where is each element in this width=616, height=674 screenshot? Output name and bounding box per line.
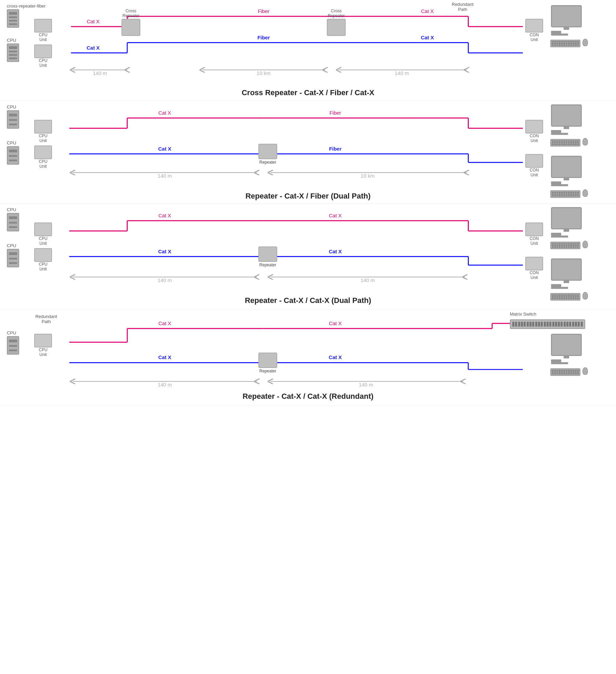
con-unit-5: CONUnit xyxy=(525,257,543,280)
svg-text:140 m: 140 m xyxy=(158,277,172,283)
keyboard-mouse-4 xyxy=(550,240,588,249)
keyboard-mouse-2 xyxy=(550,137,588,147)
matrix-switch-label: Matrix Switch xyxy=(510,311,536,317)
redundant-path-label-1: RedundantPath xyxy=(452,2,474,12)
cpu-tower-7: CPU xyxy=(7,330,19,355)
cpu-unit-2: CPUUnit xyxy=(34,44,52,68)
section-cross-repeater: Cat X Fiber Cat X Cat X Fiber Cat X 140 … xyxy=(0,0,616,101)
cpu-unit-6: CPUUnit xyxy=(34,248,52,272)
svg-text:140 m: 140 m xyxy=(395,70,409,76)
keyboard-mouse-6 xyxy=(550,366,588,376)
cpu-unit-3: CPUUnit xyxy=(34,120,52,143)
svg-text:10 km: 10 km xyxy=(257,70,271,76)
svg-text:Cat X: Cat X xyxy=(329,320,342,326)
redundant-path-label-2: RedundantPath xyxy=(33,314,60,324)
svg-text:Cat X: Cat X xyxy=(158,249,171,254)
svg-text:Fiber: Fiber xyxy=(258,8,269,14)
svg-text:140 m: 140 m xyxy=(93,70,107,76)
cpu-unit-7: CPUUnit xyxy=(34,334,52,357)
section-repeater-catx-redundant: Cat X Cat X Cat X Cat X 140 m 140 m CPU … xyxy=(0,310,616,406)
monitor-4 xyxy=(551,207,582,238)
svg-text:Cat X: Cat X xyxy=(158,354,171,360)
svg-text:Fiber: Fiber xyxy=(330,110,341,116)
monitor-3 xyxy=(551,156,582,186)
cpu-unit-5: CPUUnit xyxy=(34,222,52,246)
cpu-unit-1: CPUUnit xyxy=(34,19,52,42)
cross-repeater-2: CrossRepeater xyxy=(327,9,346,36)
monitor-1 xyxy=(551,5,582,36)
monitor-5 xyxy=(551,258,582,289)
svg-text:Cat X: Cat X xyxy=(329,213,342,218)
con-unit-2: CONUnit xyxy=(525,120,543,143)
con-unit-4: CONUnit xyxy=(525,222,543,246)
svg-text:Cat X: Cat X xyxy=(158,110,171,116)
svg-text:10 km: 10 km xyxy=(361,173,375,179)
section-repeater-fiber-dual: Cat X Fiber Cat X Fiber 140 m 10 km CPU … xyxy=(0,101,616,204)
section-title-4: Repeater - Cat-X / Cat-X (Redundant) xyxy=(0,392,616,401)
svg-text:Cat X: Cat X xyxy=(329,249,342,254)
cpu-tower-3: CPU xyxy=(7,104,19,129)
cpu-tower-5: CPU xyxy=(7,207,19,231)
svg-text:Cat X: Cat X xyxy=(421,8,434,14)
monitor-6 xyxy=(551,334,582,364)
svg-text:Fiber: Fiber xyxy=(329,146,342,152)
cpu-tower-4: CPU xyxy=(7,140,19,165)
repeater-2: Repeater xyxy=(258,246,277,267)
svg-text:Cat X: Cat X xyxy=(158,320,171,326)
con-unit-3: CONUnit xyxy=(525,154,543,178)
repeater-1: Repeater xyxy=(258,144,277,165)
svg-text:Cat X: Cat X xyxy=(87,45,100,51)
section-title-3: Repeater - Cat-X / Cat-X (Dual Path) xyxy=(0,296,616,305)
matrix-switch xyxy=(510,319,585,329)
repeater-3: Repeater xyxy=(258,353,277,373)
con-unit-1: CONUnit xyxy=(525,19,543,42)
cpu-tower-6: CPU xyxy=(7,243,19,267)
svg-text:Cat X: Cat X xyxy=(158,213,171,218)
section-title-1: Cross Repeater - Cat-X / Fiber / Cat-X xyxy=(0,88,616,97)
section-repeater-catx-dual: Cat X Cat X Cat X Cat X 140 m 140 m CPU … xyxy=(0,204,616,310)
svg-text:Cat X: Cat X xyxy=(87,18,99,24)
svg-text:140 m: 140 m xyxy=(158,382,172,387)
svg-text:Cat X: Cat X xyxy=(421,35,434,40)
cpu-unit-4: CPUUnit xyxy=(34,145,52,169)
monitor-2 xyxy=(551,104,582,135)
cross-repeater-1: CrossRepeater xyxy=(121,9,140,36)
svg-text:Cat X: Cat X xyxy=(158,146,171,152)
svg-text:Cat X: Cat X xyxy=(329,354,342,360)
keyboard-mouse-1 xyxy=(550,38,588,47)
svg-text:140 m: 140 m xyxy=(361,277,375,283)
svg-text:Fiber: Fiber xyxy=(257,35,270,40)
cpu-tower-2: CPU xyxy=(7,38,19,62)
svg-text:140 m: 140 m xyxy=(158,173,172,179)
section-title-2: Repeater - Cat-X / Fiber (Dual Path) xyxy=(0,192,616,201)
svg-text:140 m: 140 m xyxy=(359,382,373,387)
